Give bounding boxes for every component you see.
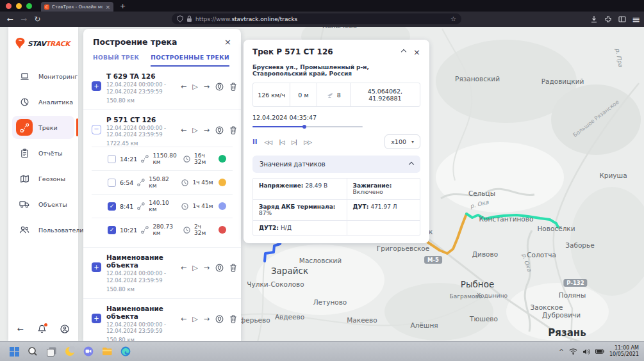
wifi-icon[interactable] [569, 348, 577, 355]
sidebar-item-monitoring[interactable]: Мониторинг [12, 65, 74, 88]
map-place-label: Алёшня [410, 321, 438, 329]
sidebar-item-analytics[interactable]: Аналитика [12, 90, 74, 113]
teams-chat-icon[interactable] [83, 346, 94, 357]
segment-checkbox[interactable] [108, 179, 116, 187]
shield-icon[interactable] [177, 15, 183, 22]
show-hidden-icons-chevron[interactable]: ^ [559, 348, 564, 355]
delete-track-button[interactable] [229, 126, 237, 134]
rewind-button[interactable]: ◁◁ [264, 139, 272, 145]
clock-date: 10/05/2021 [609, 351, 639, 357]
slider-knob[interactable] [302, 125, 306, 129]
step-back-button[interactable]: |◁ [279, 139, 285, 145]
sidebar-item-objects[interactable]: Объекты [12, 193, 74, 216]
reload-button[interactable]: ↻ [34, 15, 40, 24]
profile-icon[interactable] [60, 325, 69, 333]
pause-button[interactable]: II [252, 138, 257, 145]
collapse-sidebar-icon[interactable]: ← [17, 325, 24, 333]
delete-track-button[interactable] [229, 264, 237, 272]
expand-track-button[interactable]: + [92, 314, 101, 323]
sensor-cell: Зажигание: Включено [347, 179, 420, 199]
search-icon[interactable] [27, 346, 38, 357]
tracks-panel-close-icon[interactable]: × [224, 38, 231, 46]
edge-browser-icon[interactable] [120, 346, 131, 357]
tab-new-track[interactable]: НОВЫЙ ТРЕК [93, 54, 139, 67]
collapse-panel-icon[interactable] [401, 49, 406, 54]
forward-button[interactable]: → [21, 15, 27, 24]
segment-checkbox[interactable]: ✓ [108, 202, 116, 211]
url-bar[interactable]: https://www.stavtrack.online/tracks ☆ [172, 13, 461, 24]
sensors-accordion-header[interactable]: Значения датчиков [252, 156, 420, 173]
tab-close-icon[interactable]: × [105, 4, 110, 10]
start-button-icon[interactable] [8, 346, 20, 357]
road-badge: P-132 [563, 279, 587, 287]
segment-checkbox[interactable]: ✓ [108, 226, 116, 234]
track-address: Бруснева ул., Промышленный р-н, Ставропо… [252, 64, 420, 77]
segment-color-dot[interactable] [219, 202, 226, 210]
expand-track-button[interactable]: + [92, 81, 101, 91]
next-track-button[interactable]: → [204, 126, 210, 134]
prev-track-button[interactable]: ← [181, 83, 186, 91]
sensor-cell: Заряд АКБ терминала: 87% [253, 199, 347, 220]
playback-slider[interactable] [252, 124, 363, 129]
next-track-button[interactable]: → [204, 315, 210, 323]
delete-track-button[interactable] [229, 83, 237, 91]
volume-icon[interactable] [582, 348, 590, 355]
locate-track-button[interactable] [215, 83, 224, 91]
night-mode-moon-icon[interactable] [64, 346, 76, 357]
play-track-button[interactable]: ▷ [192, 315, 197, 323]
next-track-button[interactable]: → [204, 264, 210, 272]
maximize-window-button[interactable] [26, 3, 32, 9]
track-detail-title: Трек P 571 CT 126 [252, 47, 402, 56]
users-icon [16, 221, 33, 238]
sidebar-toggle-icon[interactable] [618, 15, 626, 24]
prev-track-button[interactable]: ← [181, 264, 186, 272]
prev-track-button[interactable]: ← [181, 126, 186, 134]
sidebar-item-tracks[interactable]: Треки [12, 116, 74, 139]
map-place-label: Чулки-Соколово [247, 280, 304, 288]
taskbar-clock[interactable]: 11:00 AM 10/05/2021 [609, 345, 639, 358]
segment-color-dot[interactable] [219, 155, 226, 163]
play-track-button[interactable]: ▷ [192, 264, 197, 272]
expand-track-button[interactable]: − [92, 125, 101, 134]
segment-checkbox[interactable] [108, 155, 116, 163]
battery-icon[interactable] [595, 349, 604, 354]
locate-track-button[interactable] [215, 126, 224, 134]
file-explorer-icon[interactable] [101, 346, 113, 357]
map-place-label: Солотча [527, 251, 556, 259]
play-track-button[interactable]: ▷ [192, 83, 197, 91]
sidebar-item-geozones[interactable]: Геозоны [12, 167, 74, 190]
tracks-icon [16, 119, 33, 136]
lock-icon[interactable] [186, 15, 192, 22]
playback-speed-select[interactable]: x100 ▾ [384, 134, 420, 149]
notifications-bell-icon[interactable] [38, 325, 46, 333]
browser-navbar: ← → ↻ https://www.stavtrack.online/track… [0, 12, 644, 27]
delete-track-button[interactable] [229, 315, 237, 323]
back-button[interactable]: ← [7, 15, 13, 24]
minimize-window-button[interactable] [16, 3, 22, 9]
locate-track-button[interactable] [215, 264, 224, 272]
sidebar-item-users[interactable]: Пользователи [12, 218, 74, 241]
tab-built-tracks[interactable]: ПОСТРОЕННЫЕ ТРЕКИ [151, 54, 229, 67]
task-view-icon[interactable] [45, 346, 57, 357]
extensions-icon[interactable] [604, 15, 612, 24]
map-place-label: Новосёлки [537, 225, 575, 232]
fast-forward-button[interactable]: ▷▷ [304, 139, 311, 145]
play-track-button[interactable]: ▷ [192, 126, 197, 134]
next-track-button[interactable]: → [204, 83, 210, 91]
sidebar-item-reports[interactable]: Отчёты [12, 141, 74, 164]
close-window-button[interactable] [6, 3, 12, 9]
prev-track-button[interactable]: ← [181, 315, 186, 323]
bookmark-star-icon[interactable]: ☆ [450, 15, 456, 22]
downloads-icon[interactable] [590, 15, 598, 24]
segment-color-dot[interactable] [219, 179, 226, 186]
expand-track-button[interactable]: + [92, 262, 101, 272]
segment-color-dot[interactable] [219, 226, 226, 234]
new-tab-button[interactable]: + [120, 2, 126, 10]
locate-track-button[interactable] [215, 315, 224, 323]
step-forward-button[interactable]: ▷| [292, 139, 297, 145]
detail-panel-close-icon[interactable]: × [413, 48, 420, 56]
map-place-label: Заборье [565, 241, 594, 249]
track-segment-row: 14:21 1150.80 км 16ч 32м [92, 147, 233, 170]
browser-tab[interactable]: С СтавТрак - Онлайн мониторин × [41, 2, 113, 12]
menu-icon[interactable]: ≡ [632, 15, 640, 24]
